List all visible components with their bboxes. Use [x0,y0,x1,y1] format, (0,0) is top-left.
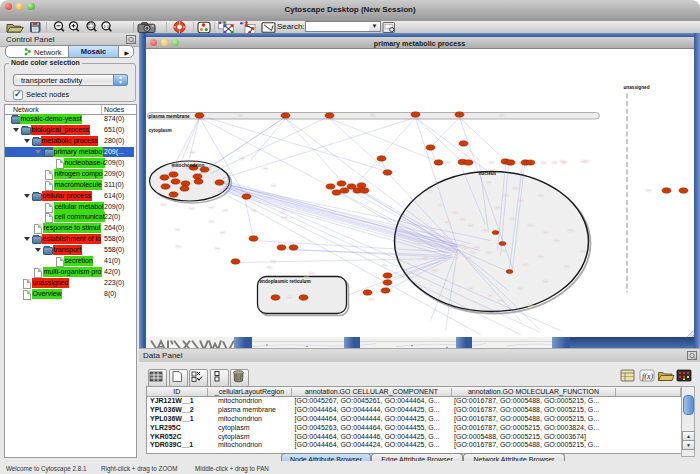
svg-text:nucleus: nucleus [478,170,496,175]
svg-text:mitochondrion: mitochondrion [171,162,204,167]
svg-text:endoplasmic reticulum: endoplasmic reticulum [259,278,310,283]
svg-text:f(x): f(x) [642,371,653,380]
svg-text:unassigned: unassigned [623,84,649,89]
svg-text:1:1: 1:1 [103,24,109,29]
svg-text:plasma membrane: plasma membrane [148,114,190,119]
svg-text:cytoplasm: cytoplasm [148,127,171,132]
